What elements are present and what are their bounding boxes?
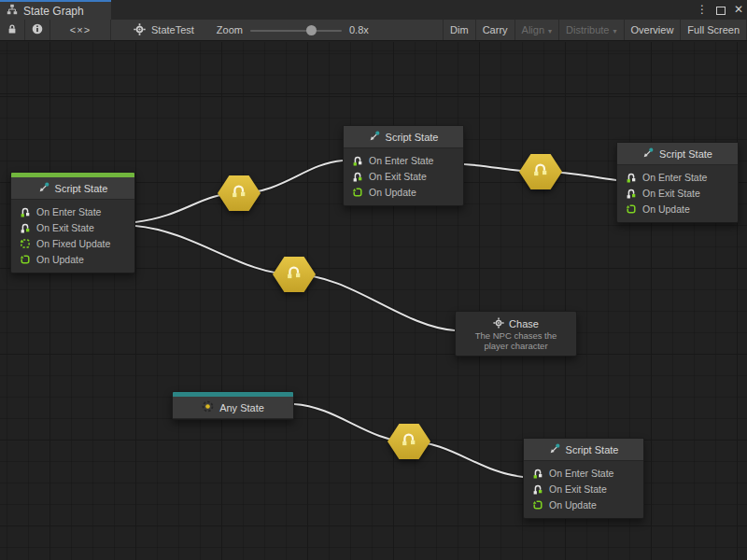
node-event-item: On Exit State [344,168,463,184]
node-transition-1[interactable] [218,175,261,211]
toolbar-button-label: Distribute [566,24,609,35]
node-title-row: Chase [463,316,569,330]
node-event-label: On Exit State [642,188,700,199]
toolbar-button-align[interactable]: Align▾ [515,20,559,40]
toolbar-button-dim[interactable]: Dim [443,20,476,40]
node-title: Any State [219,402,264,413]
zoom-control: Zoom 0.8x [217,20,369,40]
window-menu-button[interactable]: ⋮ [697,0,708,20]
enter-state-icon [19,206,31,217]
node-body: ChaseThe NPC chases the player character [456,312,576,356]
node-transition-2[interactable] [273,257,316,292]
node-event-item: On Exit State [524,481,643,497]
close-button[interactable]: ✕ [734,0,743,20]
update-icon [531,499,543,511]
maximize-button[interactable] [716,2,726,19]
toolbar-button-full-screen[interactable]: Full Screen [681,20,747,40]
toolbar-button-overview[interactable]: Overview [625,20,682,40]
exit-state-icon [625,188,637,199]
node-script-state-3[interactable]: Script StateOn Enter StateOn Exit StateO… [616,142,739,223]
state-graph-window: State Graph ⋮ ✕ <×> StateTest [0,0,747,560]
node-event-label: On Update [36,254,84,265]
node-description: The NPC chases the player character [463,331,569,351]
node-event-label: On Exit State [36,222,94,233]
crosshair-icon [493,317,504,330]
toolbar-button-carry[interactable]: Carry [476,20,515,40]
node-event-list: On Enter StateOn Exit StateOn Update [617,165,738,222]
info-button[interactable] [25,20,50,40]
node-event-item: On Enter State [617,169,738,185]
node-event-item: On Update [344,184,463,200]
script-state-icon [549,443,560,456]
node-event-label: On Exit State [369,171,427,182]
toolbar-button-label: Dim [450,24,469,35]
graph-canvas[interactable]: Script StateOn Enter StateOn Exit StateO… [0,42,747,560]
title-bar: State Graph ⋮ ✕ [0,0,747,20]
exit-state-icon [351,171,363,182]
node-event-label: On Enter State [642,172,707,183]
node-script-state-4[interactable]: Script StateOn Enter StateOn Exit StateO… [523,438,644,519]
node-event-label: On Update [642,203,690,215]
fixed-update-icon [19,238,31,249]
node-header: Script State [617,143,738,165]
script-state-icon [38,182,49,195]
exit-state-icon [531,483,543,495]
node-transition-4[interactable] [388,424,430,459]
node-event-label: On Fixed Update [36,238,110,249]
node-event-item: On Enter State [524,465,643,481]
enter-state-icon [531,468,543,479]
toolbar-button-distribute[interactable]: Distribute▾ [559,20,624,40]
zoom-slider-handle[interactable] [306,25,317,35]
node-title: Script State [55,183,108,194]
zoom-label: Zoom [217,24,243,35]
toolbar-button-label: Carry [483,24,508,35]
zoom-slider-track[interactable] [250,30,342,32]
node-header: Any State [173,397,293,419]
node-title: Chase [509,318,539,329]
node-event-label: On Enter State [36,206,101,217]
toolbar-button-label: Full Screen [687,24,740,35]
crosshair-icon [134,23,146,37]
node-event-label: On Update [549,499,597,511]
zoom-value: 0.8x [349,24,369,35]
lock-icon [7,23,18,36]
node-event-list: On Enter StateOn Exit StateOn Update [524,461,643,518]
node-title: Script State [386,132,439,143]
node-event-item: On Update [617,201,738,217]
enter-state-icon [351,155,363,166]
zoom-slider[interactable] [250,25,342,35]
script-state-icon [642,147,654,161]
variables-button[interactable]: <×> [50,20,111,40]
script-state-icon [369,131,380,144]
exit-state-icon [19,222,31,233]
node-event-item: On Enter State [11,203,134,219]
node-transition-3[interactable] [519,154,562,189]
node-any-state[interactable]: Any State [172,391,294,420]
node-event-list: On Enter StateOn Exit StateOn Fixed Upda… [11,200,134,273]
update-icon [19,254,31,265]
info-icon [32,23,43,36]
node-event-label: On Exit State [549,483,607,495]
graph-name: StateTest [151,24,194,35]
enter-state-icon [625,172,637,183]
node-header: Script State [11,177,134,200]
tab-title: State Graph [23,5,84,18]
graph-icon [7,4,18,18]
toolbar: <×> StateTest Zoom 0.8x DimCarryAlign▾Di… [0,20,747,41]
toolbar-spacer [369,20,443,40]
lock-button[interactable] [0,20,25,40]
chevron-down-icon: ▾ [548,27,552,35]
node-event-item: On Fixed Update [11,235,134,251]
tab-state-graph[interactable]: State Graph [0,0,111,20]
node-title: Script State [659,148,712,160]
node-event-item: On Exit State [11,219,134,235]
graph-reference-button[interactable]: StateTest [126,20,202,40]
node-event-label: On Update [369,187,416,198]
node-event-item: On Enter State [344,152,463,168]
node-script-state-2[interactable]: Script StateOn Enter StateOn Exit StateO… [343,125,464,206]
variables-icon: <×> [70,24,91,35]
node-header: Script State [344,126,463,148]
node-chase-state[interactable]: ChaseThe NPC chases the player character [455,311,577,357]
maximize-icon [716,7,726,15]
node-script-state-1[interactable]: Script StateOn Enter StateOn Exit StateO… [10,172,135,273]
